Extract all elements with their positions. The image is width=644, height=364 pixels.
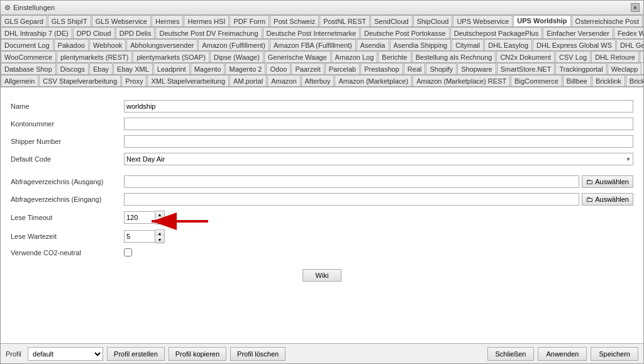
browse-eingang-button[interactable]: 🗀 Auswählen — [582, 193, 633, 206]
tab-shopware[interactable]: Shopware — [457, 63, 496, 74]
shipper-number-input[interactable] — [124, 135, 633, 148]
abfrage-eingang-input[interactable] — [124, 193, 579, 206]
tab-bricklink[interactable]: Bricklink — [592, 75, 625, 86]
co2-checkbox[interactable] — [124, 248, 132, 256]
default-code-select[interactable]: Next Day Air Ground 2nd Day Air Express … — [124, 153, 633, 165]
tab-brickowl[interactable]: Brickowl — [626, 75, 643, 86]
tab-gls-webservice[interactable]: GLS Webservice — [92, 15, 151, 26]
profil-select[interactable]: default — [28, 347, 103, 361]
tab-asendia-shipping[interactable]: Asendia Shipping — [390, 39, 452, 50]
name-input[interactable] — [124, 100, 633, 113]
tab-deutsche-post-dv[interactable]: Deutsche Post DV Freimachung — [155, 27, 262, 38]
wiki-button[interactable]: Wiki — [303, 269, 342, 282]
tab-real[interactable]: Real — [404, 63, 426, 74]
tab-prestashop[interactable]: Prestashop — [360, 63, 403, 74]
tab-paarzeit[interactable]: Paarzeit — [291, 63, 324, 74]
tab-document-log[interactable]: Document Log — [1, 39, 53, 50]
lese-timeout-down[interactable]: ▼ — [155, 218, 164, 224]
tab-odoo[interactable]: Odoo — [266, 63, 291, 74]
lese-wartezeit-input[interactable] — [124, 230, 155, 243]
tab-berichte[interactable]: Bestellung als Rechnung — [412, 51, 496, 62]
close-button[interactable]: × — [631, 3, 640, 12]
browse-ausgang-button[interactable]: 🗀 Auswählen — [582, 175, 633, 188]
tab-csv-log[interactable]: DHL Retoure — [591, 51, 639, 62]
tab-allgemein[interactable]: Allgemein — [1, 75, 38, 86]
tab-hermes[interactable]: Hermes — [152, 15, 184, 26]
tab-oesterreichische-post[interactable]: Österreichische Post — [572, 15, 643, 26]
lese-wartezeit-up[interactable]: ▲ — [155, 230, 164, 236]
tab-dipse-waage[interactable]: Generische Waage — [264, 51, 331, 62]
profil-erstellen-button[interactable]: Profil erstellen — [107, 347, 165, 361]
kontonummer-input[interactable] — [124, 118, 633, 130]
speichern-button[interactable]: Speichern — [591, 347, 638, 361]
lese-wartezeit-down[interactable]: ▼ — [155, 236, 164, 243]
tab-afterbuy[interactable]: Afterbuy — [301, 75, 335, 86]
tab-fedex-webservice[interactable]: Fedex Webservice — [614, 27, 643, 38]
tab-generische-waage[interactable]: Amazon Log — [331, 51, 378, 62]
tab-connector[interactable]: WooCommerce — [1, 51, 56, 62]
tab-database-shop[interactable]: Database Shop — [1, 63, 56, 74]
tab-magento[interactable]: Magento — [191, 63, 225, 74]
tab-einfacher-versender[interactable]: Einfacher Versender — [543, 27, 613, 38]
tab-ebay[interactable]: Ebay — [89, 63, 113, 74]
tab-dpd-cloud[interactable]: DPD Cloud — [73, 27, 115, 38]
tab-plentymarkets-soap[interactable]: Dipse (Waage) — [210, 51, 264, 62]
tab-gls-shipit[interactable]: GLS ShipIT — [48, 15, 91, 26]
lese-timeout-up[interactable]: ▲ — [155, 211, 164, 218]
lese-timeout-input[interactable] — [124, 211, 155, 224]
profil-kopieren-button[interactable]: Profil kopieren — [169, 347, 226, 361]
tab-citymail[interactable]: Citymail — [452, 39, 484, 50]
tab-deutsche-post-internetmarke[interactable]: Deutsche Post Internetmarke — [263, 27, 360, 38]
tab-amazon-log[interactable]: Berichte — [378, 51, 411, 62]
tab-ebay-xml[interactable]: Ebay XML — [113, 63, 153, 74]
tab-amazon[interactable]: Amazon — [267, 75, 300, 86]
tab-deutsche-post-portokasse[interactable]: Deutsche Post Portokasse — [360, 27, 450, 38]
tab-dhl-intraship[interactable]: DHL Intraship 7 (DE) — [1, 27, 72, 38]
tab-dpd-delis[interactable]: DPD Delis — [116, 27, 155, 38]
tab-shopify[interactable]: Shopify — [426, 63, 457, 74]
tab-discogs[interactable]: Discogs — [57, 63, 89, 74]
tab-bestellung-als-rechnung[interactable]: CN2x Dokument — [496, 51, 555, 62]
tab-dhl-retoure[interactable]: Document Downloader — [640, 51, 643, 62]
tab-ups-webservice[interactable]: UPS Webservice — [453, 15, 513, 26]
tab-amazon-marketplace[interactable]: Amazon (Marketplace) — [335, 75, 412, 86]
tab-gls-gepard[interactable]: GLS Gepard — [1, 15, 47, 26]
tab-billbee[interactable]: Billbee — [563, 75, 591, 86]
tab-bigcommerce[interactable]: BigCommerce — [511, 75, 562, 86]
tab-ups-worldship[interactable]: UPS Worldship — [513, 15, 570, 26]
tab-trackingportal[interactable]: Trackingportal — [555, 63, 606, 74]
tab-proxy[interactable]: Proxy — [121, 75, 147, 86]
tab-dhl-easylog[interactable]: DHL Easylog — [484, 39, 532, 50]
tab-amazon-fulfillment[interactable]: Amazon (Fulfillment) — [198, 39, 269, 50]
schliessen-button[interactable]: Schließen — [487, 347, 535, 361]
tab-hermes-hsi[interactable]: Hermes HSI — [184, 15, 229, 26]
tab-webhook[interactable]: Webhook — [89, 39, 126, 50]
tab-amazon-marketplace-rest[interactable]: Amazon (Marketplace) REST — [413, 75, 510, 86]
tab-deutschepost-packageplus[interactable]: Deutschepost PackagePlus — [450, 27, 543, 38]
tab-plentymarkets-rest[interactable]: plentymarkets (SOAP) — [133, 51, 209, 62]
tab-smartstore-net[interactable]: SmartStore.NET — [497, 63, 555, 74]
tab-parcellab[interactable]: Parcelab — [325, 63, 360, 74]
tab-weclapp[interactable]: Weclapp — [608, 63, 642, 74]
tab-dhl-geschaeftskunden[interactable]: DHL Geschäftskundenversand — [616, 39, 643, 50]
tab-amazon-fba[interactable]: Amazon FBA (Fulfillment) — [270, 39, 356, 50]
profil-loeschen-button[interactable]: Profil löschen — [230, 347, 286, 361]
tab-asendia[interactable]: Asendia — [357, 39, 389, 50]
tab-magento2[interactable]: Magento 2 — [225, 63, 265, 74]
tab-csv-stapelverarbeitung[interactable]: CSV Stapelverarbeitung — [39, 75, 121, 86]
tab-leadprint[interactable]: Leadprint — [153, 63, 190, 74]
tab-shipcloud[interactable]: ShipCloud — [413, 15, 453, 26]
anwenden-button[interactable]: Anwenden — [538, 347, 587, 361]
abfrage-ausgang-input[interactable] — [124, 175, 579, 188]
tab-woocommerce[interactable]: plentymarkets (REST) — [57, 51, 132, 62]
tab-post-schweiz[interactable]: Post Schweiz — [270, 15, 319, 26]
tab-dhl-express-global-ws[interactable]: DHL Express Global WS — [533, 39, 616, 50]
tab-sendcloud[interactable]: SendCloud — [370, 15, 412, 26]
tab-abholungsversender[interactable]: Abholungsversender — [126, 39, 197, 50]
tab-cn2x-dokument[interactable]: CSV Log — [555, 51, 591, 62]
tab-pakadoo[interactable]: Pakadoo — [54, 39, 89, 50]
tab-pdf-form[interactable]: PDF Form — [230, 15, 269, 26]
tab-xml-stapelverarbeitung[interactable]: XML Stapelverarbeitung — [147, 75, 229, 86]
tab-am-portal[interactable]: AM.portal — [230, 75, 267, 86]
tab-postnl-rest[interactable]: PostNL REST — [319, 15, 370, 26]
